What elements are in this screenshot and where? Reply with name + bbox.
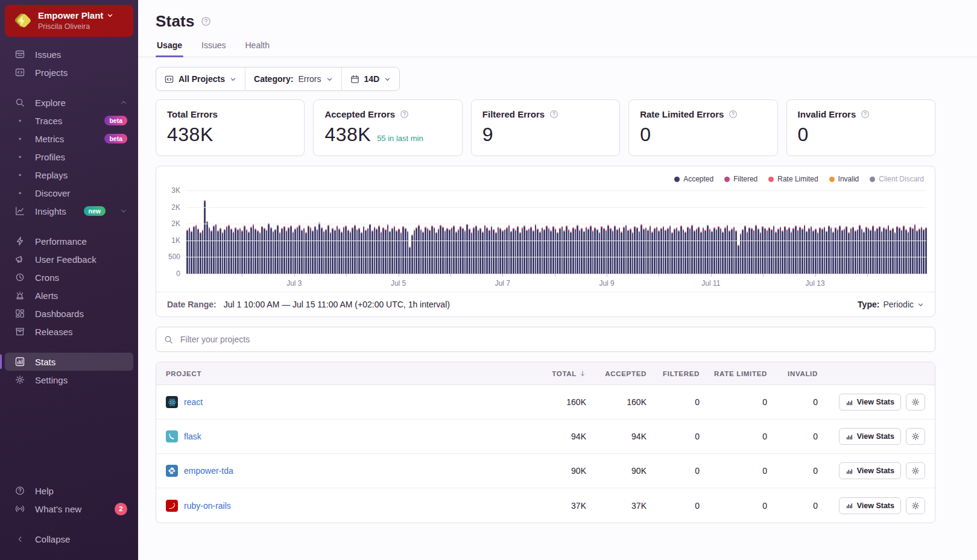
category-filter-dropdown[interactable]: Category: Errors xyxy=(245,68,341,90)
chart-bar xyxy=(321,227,323,274)
date-range-value: Jul 1 10:00 AM — Jul 15 11:00 AM (+02:00… xyxy=(224,300,450,309)
chart-bar xyxy=(603,228,605,274)
chart-bar xyxy=(711,231,713,274)
category-filter-value: Errors xyxy=(298,74,321,84)
date-range-dropdown[interactable]: 14D xyxy=(341,68,400,90)
sidebar-item-settings[interactable]: Settings xyxy=(5,371,133,389)
notification-count-badge: 2 xyxy=(115,503,127,515)
view-stats-button[interactable]: View Stats xyxy=(839,497,901,514)
sidebar-item-stats[interactable]: Stats xyxy=(5,353,133,371)
row-actions: View Stats xyxy=(818,497,925,514)
column-header-project[interactable]: PROJECT xyxy=(166,370,502,377)
column-header-total[interactable]: TOTAL xyxy=(502,370,586,377)
chart-bar xyxy=(647,230,649,274)
column-header-accepted[interactable]: ACCEPTED xyxy=(586,370,647,377)
sidebar-item-alerts[interactable]: Alerts xyxy=(5,286,133,304)
chart-bar xyxy=(486,227,488,274)
project-settings-button[interactable] xyxy=(906,394,925,411)
chart-bar xyxy=(479,228,481,274)
tab-issues[interactable]: Issues xyxy=(200,38,227,57)
sidebar-item-releases[interactable]: Releases xyxy=(5,322,133,341)
card-help-icon[interactable] xyxy=(400,110,409,119)
chart-bar xyxy=(418,225,420,274)
sidebar-item-user-feedback[interactable]: User Feedback xyxy=(5,250,133,268)
sidebar-item-crons[interactable]: Crons xyxy=(5,268,133,286)
chart-bar xyxy=(537,228,539,274)
sidebar-item-projects[interactable]: Projects xyxy=(5,63,133,81)
view-stats-button[interactable]: View Stats xyxy=(839,462,901,479)
chart-bar xyxy=(808,228,810,274)
project-filter-dropdown[interactable]: All Projects xyxy=(156,68,245,90)
sidebar-collapse-button[interactable]: Collapse xyxy=(5,530,133,548)
project-settings-button[interactable] xyxy=(906,462,925,479)
legend-item-invalid[interactable]: Invalid xyxy=(829,175,859,183)
chart-bar xyxy=(200,232,201,274)
chart-bar xyxy=(572,227,574,274)
chart-bar xyxy=(587,228,589,274)
legend-item-filtered[interactable]: Filtered xyxy=(724,175,757,183)
legend-item-client-discard[interactable]: Client Discard xyxy=(870,175,924,183)
chart-bar xyxy=(830,227,832,274)
chart-bar xyxy=(394,226,396,274)
legend-label: Accepted xyxy=(683,175,713,183)
project-link[interactable]: flask xyxy=(184,432,201,441)
react-platform-icon xyxy=(166,396,178,408)
view-stats-button[interactable]: View Stats xyxy=(839,428,901,445)
chart-bar xyxy=(334,230,336,274)
row-actions: View Stats xyxy=(818,428,925,445)
sidebar-item-traces[interactable]: •Tracesbeta xyxy=(5,112,133,130)
chart-bar xyxy=(228,225,230,274)
sidebar-item-insights[interactable]: Insightsnew xyxy=(5,202,133,220)
search-input[interactable] xyxy=(179,334,927,345)
chart-bar xyxy=(297,227,299,274)
page-help-icon[interactable] xyxy=(201,16,211,27)
chart-bar xyxy=(327,225,329,274)
chart-bar xyxy=(498,227,499,274)
sidebar-item-whats-new[interactable]: What's new2 xyxy=(5,500,133,518)
chart-bar xyxy=(846,226,847,274)
chart-bar xyxy=(310,227,312,274)
box-icon xyxy=(14,327,25,336)
view-stats-button[interactable]: View Stats xyxy=(839,394,901,411)
chart-bar xyxy=(237,229,239,274)
tab-health[interactable]: Health xyxy=(244,38,271,57)
sidebar-item-help[interactable]: Help xyxy=(5,482,133,500)
score-card-title-text: Accepted Errors xyxy=(324,109,395,119)
sidebar-item-metrics[interactable]: •Metricsbeta xyxy=(5,130,133,148)
sidebar-item-performance[interactable]: Performance xyxy=(5,232,133,250)
project-link[interactable]: empower-tda xyxy=(184,466,233,476)
tab-usage[interactable]: Usage xyxy=(156,38,183,57)
score-card: Invalid Errors0 xyxy=(786,99,935,156)
chart-bar xyxy=(210,230,212,274)
chart-bar xyxy=(586,227,587,274)
chart-bar xyxy=(350,231,352,274)
legend-item-rate-limited[interactable]: Rate Limited xyxy=(768,175,818,183)
sidebar-item-dashboards[interactable]: Dashboards xyxy=(5,304,133,322)
sidebar-item-issues[interactable]: Issues xyxy=(5,45,133,63)
sidebar-item-profiles[interactable]: •Profiles xyxy=(5,148,133,166)
card-help-icon[interactable] xyxy=(729,110,738,119)
chart-bar xyxy=(314,226,316,274)
chart-bar xyxy=(627,230,629,274)
score-card-value: 438K xyxy=(167,124,293,146)
chart-bar xyxy=(451,227,453,274)
project-settings-button[interactable] xyxy=(906,428,925,445)
project-link[interactable]: react xyxy=(184,397,203,407)
card-help-icon[interactable] xyxy=(861,110,870,119)
legend-item-accepted[interactable]: Accepted xyxy=(674,175,713,183)
sidebar-item-explore[interactable]: Explore xyxy=(5,93,133,112)
type-dropdown[interactable]: Type: Periodic xyxy=(858,300,924,309)
column-header-filtered[interactable]: FILTERED xyxy=(647,370,700,377)
chart-bar xyxy=(552,226,554,274)
column-header-rate-limited[interactable]: RATE LIMITED xyxy=(700,370,767,377)
org-switcher[interactable]: Empower Plant Priscila Oliveira xyxy=(5,5,133,37)
chart-bar xyxy=(614,225,616,274)
sidebar-item-discover[interactable]: •Discover xyxy=(5,184,133,202)
project-link[interactable]: ruby-on-rails xyxy=(184,501,231,511)
chart-bar xyxy=(391,228,393,274)
sidebar-item-replays[interactable]: •Replays xyxy=(5,166,133,184)
column-header-invalid[interactable]: INVALID xyxy=(767,370,818,377)
card-help-icon[interactable] xyxy=(549,110,558,119)
project-settings-button[interactable] xyxy=(906,497,925,514)
projects-table: PROJECTTOTALACCEPTEDFILTEREDRATE LIMITED… xyxy=(156,362,935,523)
